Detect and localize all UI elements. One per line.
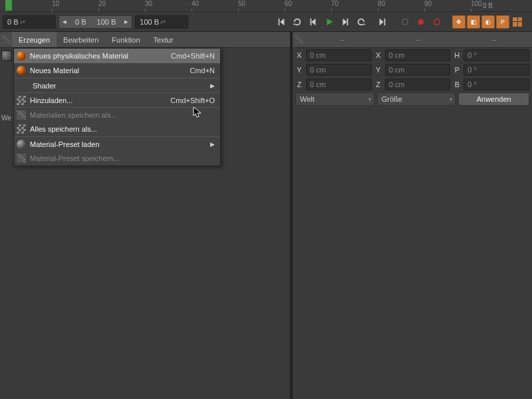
next-frame-icon[interactable] xyxy=(338,15,352,29)
menu-item-label: Neues physikalisches Material xyxy=(30,52,164,60)
axis-label-z: Z xyxy=(374,80,382,88)
submenu-arrow-icon: ▶ xyxy=(210,141,215,148)
menu-item-label: Material-Preset speichern... xyxy=(30,154,215,162)
hatch-sm-icon xyxy=(17,154,26,163)
coord-header-rot: -- xyxy=(456,36,532,43)
coord-input-x[interactable]: 0 cm xyxy=(306,49,372,61)
menu-item-label: Neues Material xyxy=(30,66,183,74)
ruler-tick: 90 xyxy=(424,0,432,7)
range-start: 0 B xyxy=(70,18,92,26)
coord-input-b[interactable]: 0 ° xyxy=(464,78,529,90)
menu-item-label: Shader xyxy=(33,82,205,90)
menu-item-material-preset-laden[interactable]: Material-Preset laden▶ xyxy=(14,136,220,151)
timeline-ruler[interactable]: 0102030405060708090100 0 B xyxy=(0,0,532,12)
coord-input-x[interactable]: 0 cm xyxy=(385,49,451,61)
material-slot[interactable]: We xyxy=(1,51,13,122)
frame-range[interactable]: ◂ 0 B 100 B ▸ xyxy=(59,15,132,29)
menu-item-label: Hinzuladen... xyxy=(30,96,164,104)
menu-item-material-preset-speichern: Material-Preset speichern... xyxy=(14,151,220,166)
frame-start-input[interactable]: 0 B ▴▾ xyxy=(3,15,56,29)
range-end: 100 B xyxy=(92,18,122,26)
axis-label-p: P xyxy=(453,66,461,74)
coord-input-y[interactable]: 0 cm xyxy=(385,64,451,76)
playback-controls xyxy=(274,15,390,29)
panel-grip-icon[interactable] xyxy=(293,35,305,45)
axis-rotate-icon[interactable]: ◐ xyxy=(481,15,495,29)
menu-item-shader[interactable]: Shader▶ xyxy=(14,78,220,92)
menu-item-materialien-speichern-als: Materialien speichern als... xyxy=(14,107,220,122)
axis-move-icon[interactable]: ✥ xyxy=(452,15,466,29)
ruler-tick: 0 xyxy=(5,0,9,7)
menu-item-label: Materialien speichern als... xyxy=(30,111,215,119)
axis-param-icon[interactable]: P xyxy=(496,15,509,29)
menu-bearbeiten[interactable]: Bearbeiten xyxy=(57,32,105,47)
loop-icon[interactable] xyxy=(290,15,305,29)
play-icon[interactable] xyxy=(322,15,336,29)
axis-scale-icon[interactable]: ◧ xyxy=(467,15,480,29)
ruler-tick: 60 xyxy=(285,0,292,7)
menu-item-neues-physikalisches-material[interactable]: Neues physikalisches MaterialCmd+Shift+N xyxy=(14,49,220,63)
axis-label-y: Y xyxy=(374,66,382,74)
coord-row: Y0 cmY0 cmP0 ° xyxy=(293,63,532,77)
menu-shortcut: Cmd+Shift+O xyxy=(170,96,215,104)
axis-label-z: Z xyxy=(295,80,303,88)
hatch-sm-icon xyxy=(17,110,26,120)
coord-mode-select[interactable]: Größe xyxy=(377,92,456,106)
coord-space-select[interactable]: Welt xyxy=(295,92,374,106)
apply-button[interactable]: Anwenden xyxy=(458,92,529,106)
coord-input-y[interactable]: 0 cm xyxy=(306,64,372,76)
prev-frame-icon[interactable] xyxy=(306,15,321,29)
axis-label-y: Y xyxy=(295,66,303,74)
axis-label-x: X xyxy=(295,51,303,59)
coord-input-z[interactable]: 0 cm xyxy=(385,78,451,90)
ruler-tick: 30 xyxy=(145,0,152,7)
menu-shortcut: Cmd+Shift+N xyxy=(171,52,215,60)
material-thumb-icon[interactable] xyxy=(1,51,12,61)
go-end-icon[interactable] xyxy=(375,15,390,29)
coord-input-z[interactable]: 0 cm xyxy=(306,78,372,90)
coord-input-p[interactable]: 0 ° xyxy=(464,64,529,76)
svg-point-0 xyxy=(402,19,408,25)
menu-item-hinzuladen[interactable]: Hinzuladen...Cmd+Shift+O xyxy=(14,92,220,107)
checker-icon xyxy=(17,96,26,105)
submenu-arrow-icon: ▶ xyxy=(210,82,215,89)
axis-toggles: ✥ ◧ ◐ P xyxy=(452,15,524,29)
ruler-tick: 10 xyxy=(52,0,59,7)
svg-point-1 xyxy=(418,19,424,25)
record-icon[interactable] xyxy=(414,15,428,29)
erzeugen-menu: Neues physikalisches MaterialCmd+Shift+N… xyxy=(13,48,221,166)
ball-icon xyxy=(17,66,26,75)
record-disabled-icon[interactable] xyxy=(398,15,412,29)
menu-item-label: Material-Preset laden xyxy=(30,140,205,148)
menu-item-label: Alles speichern als... xyxy=(30,125,215,133)
checker-icon xyxy=(17,124,26,134)
coord-input-h[interactable]: 0 ° xyxy=(464,49,529,61)
menu-textur[interactable]: Textur xyxy=(147,32,180,47)
go-start-icon[interactable] xyxy=(274,15,289,29)
frame-end-input[interactable]: 100 B ▴▾ xyxy=(135,15,188,29)
coordinates-panel: -- -- -- X0 cmX0 cmH0 °Y0 cmY0 cmP0 °Z0 … xyxy=(293,32,532,399)
material-label: We xyxy=(1,114,13,122)
menu-erzeugen[interactable]: Erzeugen xyxy=(12,32,57,47)
ruler-tick: 20 xyxy=(98,0,106,7)
ruler-tick: 80 xyxy=(378,0,385,7)
menu-funktion[interactable]: Funktion xyxy=(105,32,146,47)
range-left-icon[interactable]: ◂ xyxy=(59,16,70,28)
menu-item-alles-speichern-als[interactable]: Alles speichern als... xyxy=(14,122,220,136)
panel-grip-icon[interactable] xyxy=(0,32,12,47)
coord-row: X0 cmX0 cmH0 ° xyxy=(293,48,532,63)
axis-label-x: X xyxy=(374,51,382,59)
coord-header-size: -- xyxy=(380,36,456,43)
menu-item-neues-material[interactable]: Neues MaterialCmd+N xyxy=(14,63,220,78)
axis-all-icon[interactable] xyxy=(511,15,524,29)
loop-back-icon[interactable] xyxy=(354,15,368,29)
material-menubar: ErzeugenBearbeitenFunktionTextur xyxy=(0,32,290,48)
autokey-icon[interactable] xyxy=(430,15,444,29)
blank-icon xyxy=(17,80,29,91)
coord-row: Z0 cmZ0 cmB0 ° xyxy=(293,77,532,92)
range-right-icon[interactable]: ▸ xyxy=(121,16,132,28)
menu-shortcut: Cmd+N xyxy=(190,66,215,74)
material-manager-panel: ErzeugenBearbeitenFunktionTextur We Neue… xyxy=(0,32,291,399)
coord-header-pos: -- xyxy=(305,36,380,43)
ball-icon xyxy=(17,51,26,61)
